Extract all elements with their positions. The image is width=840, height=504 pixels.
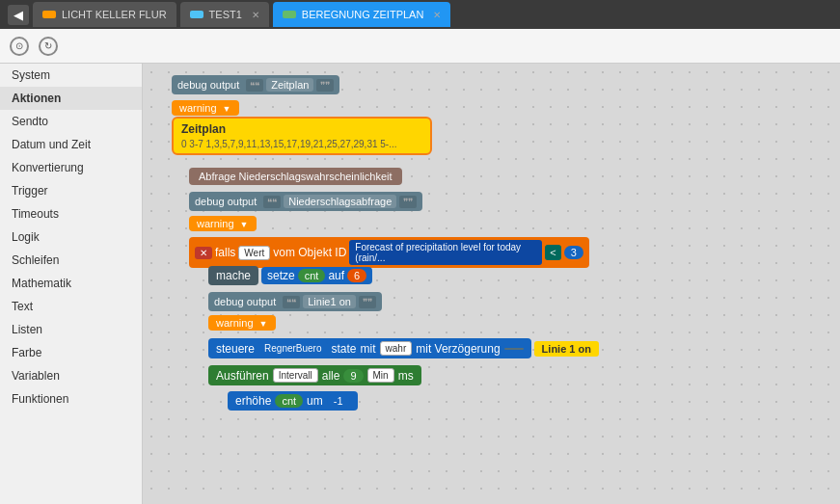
debug-text-2: Niederschlagsabfrage <box>284 195 396 208</box>
sidebar-item-farbe[interactable]: Farbe <box>0 341 142 364</box>
erhohe-var: cnt <box>275 394 303 408</box>
compare-block[interactable]: < <box>545 245 560 260</box>
debug-label-1: debug output <box>177 79 239 91</box>
um-label: um <box>307 394 323 408</box>
sidebar-item-logik[interactable]: Logik <box>0 225 142 249</box>
state-label: state <box>332 342 357 356</box>
sidebar-item-datum[interactable]: Datum und Zeit <box>0 133 142 156</box>
sidebar-item-system[interactable]: System <box>0 64 142 87</box>
warning-label-1: warning <box>179 102 217 114</box>
ms-label: ms <box>398 369 414 383</box>
debug-block-1: debug output ❝❝ Zeitplan ❞❞ <box>172 75 339 94</box>
debug-text-1: Zeitplan <box>266 78 313 92</box>
abfrage-label: Abfrage Niederschlagswahrscheinlichkeit <box>199 171 393 182</box>
warning-block-3[interactable]: warning ▼ <box>208 315 276 331</box>
debug-quote-close-3: ❞❞ <box>359 296 376 308</box>
abfrage-block: Abfrage Niederschlagswahrscheinlichkeit <box>189 168 402 185</box>
debug-label-3: debug output <box>214 296 276 307</box>
warning-label-2: warning <box>197 218 234 229</box>
setze-value: 6 <box>347 269 366 282</box>
sidebar-item-listen[interactable]: Listen <box>0 318 142 341</box>
ausfuhren-value: 9 <box>343 369 363 383</box>
debug-quote-close-2: ❞❞ <box>399 196 417 208</box>
tab-icon-test1 <box>190 11 203 18</box>
sidebar-item-timeouts[interactable]: Timeouts <box>0 202 142 225</box>
wert-dropdown[interactable]: Wert <box>238 246 270 260</box>
debug-quote-open-2: ❝❝ <box>263 196 281 208</box>
sidebar-item-konvertierung[interactable]: Konvertierung <box>0 156 142 179</box>
vom-label: vom Objekt ID <box>273 246 346 259</box>
zeitplan-container: Zeitplan 0 3-7 1,3,5,7,9,11,13,15,17,19,… <box>172 117 432 155</box>
sidebar-item-aktionen[interactable]: Aktionen <box>0 87 142 110</box>
sidebar-item-funktionen[interactable]: Funktionen <box>0 387 142 411</box>
tab-licht-keller[interactable]: LICHT KELLER FLUR <box>33 2 176 27</box>
sidebar-item-variablen[interactable]: Variablen <box>0 364 142 387</box>
debug-block-2: debug output ❝❝ Niederschlagsabfrage ❞❞ <box>189 192 422 211</box>
erhohe-row: erhöhe cnt um -1 <box>228 391 358 411</box>
warning-block-1[interactable]: warning ▼ <box>172 100 239 116</box>
canvas[interactable]: debug output ❝❝ Zeitplan ❞❞ warning ▼ Ze… <box>143 64 840 504</box>
mache-row: mache setze cnt auf 6 <box>208 266 372 285</box>
linie-label: Linie 1 on <box>534 341 599 357</box>
tab-icon-beregnung <box>283 11 296 18</box>
erhohe-block: erhöhe cnt um -1 <box>228 391 358 411</box>
erhohe-value: -1 <box>327 394 350 408</box>
mache-block: mache <box>208 266 258 285</box>
sidebar-item-schleifen[interactable]: Schleifen <box>0 249 142 272</box>
tab-label-beregnung: BEREGNUNG ZEITPLAN <box>302 9 424 20</box>
auf-label: auf <box>328 269 344 282</box>
regnerburo-dropdown[interactable]: RegnerBuero <box>258 341 327 356</box>
mache-label: mache <box>216 269 251 282</box>
ausfuhren-row: Ausführen Intervall alle 9 Min ms <box>208 365 421 385</box>
sidebar-item-mathematik[interactable]: Mathematik <box>0 272 142 295</box>
falls-number: 3 <box>564 246 583 259</box>
debug-block-3: debug output ❝❝ Linie1 on ❞❞ <box>208 292 382 311</box>
toolbar: ⊙ ↻ <box>0 29 840 64</box>
steuere-row: steuere RegnerBuero state mit wahr mit V… <box>208 338 599 358</box>
alle-label: alle <box>322 369 340 383</box>
debug-quote-close-1: ❞❞ <box>316 79 334 92</box>
refresh-icon[interactable]: ↻ <box>39 37 58 56</box>
zeitplan-text: 0 3-7 1,3,5,7,9,11,13,15,17,19,21,25,27,… <box>181 139 397 149</box>
warning-arrow-2: ▼ <box>240 220 249 229</box>
debug-label-2: debug output <box>195 196 257 207</box>
tab-test1[interactable]: TEST1 ✕ <box>180 2 269 27</box>
tab-beregnung[interactable]: BEREGNUNG ZEITPLAN ✕ <box>273 2 451 27</box>
min-dropdown[interactable]: Min <box>367 368 394 383</box>
erhohe-label: erhöhe <box>235 394 271 408</box>
falls-row: ✕ falls Wert vom Objekt ID Forecast of p… <box>189 237 589 268</box>
steuere-block: steuere RegnerBuero state mit wahr mit V… <box>208 338 531 358</box>
intervall-dropdown[interactable]: Intervall <box>273 368 318 383</box>
wahr-dropdown[interactable]: wahr <box>380 341 413 356</box>
warning-block-2[interactable]: warning ▼ <box>189 216 257 231</box>
sidebar-item-trigger[interactable]: Trigger <box>0 179 142 202</box>
cnt-var: cnt <box>298 269 326 282</box>
target-icon[interactable]: ⊙ <box>10 37 29 56</box>
close-icon-beregnung[interactable]: ✕ <box>433 10 441 20</box>
obj-id-block: Forecast of precipitation level for toda… <box>349 240 542 265</box>
falls-label: falls <box>215 246 235 259</box>
mit-verzogerung-label: mit Verzögerung <box>416 342 500 356</box>
sidebar-item-text[interactable]: Text <box>0 295 142 318</box>
setze-block: setze cnt auf 6 <box>261 267 372 284</box>
debug-quote-open-3: ❝❝ <box>283 296 300 308</box>
warning-label-3: warning <box>216 317 254 329</box>
back-button[interactable]: ◀ <box>8 5 29 25</box>
tab-label-licht: LICHT KELLER FLUR <box>62 9 167 20</box>
zeitplan-title: Zeitplan <box>181 122 422 136</box>
close-icon-test1[interactable]: ✕ <box>252 10 259 20</box>
steuere-label: steuere <box>216 342 255 356</box>
ausfuhren-label: Ausführen <box>216 369 269 383</box>
sidebar-item-sendto[interactable]: Sendto <box>0 110 142 133</box>
top-bar: ◀ LICHT KELLER FLUR TEST1 ✕ BEREGNUNG ZE… <box>0 0 840 29</box>
ausfuhren-block: Ausführen Intervall alle 9 Min ms <box>208 365 421 385</box>
sidebar: System Aktionen Sendto Datum und Zeit Ko… <box>0 64 143 504</box>
main-layout: System Aktionen Sendto Datum und Zeit Ko… <box>0 64 840 504</box>
falls-x-button[interactable]: ✕ <box>195 247 212 259</box>
warning-arrow-1: ▼ <box>223 104 231 114</box>
debug-text-3: Linie1 on <box>303 295 356 308</box>
setze-label: setze <box>267 269 295 282</box>
tab-label-test1: TEST1 <box>209 9 242 20</box>
delay-value <box>504 348 524 350</box>
mit-label: mit <box>361 342 376 356</box>
